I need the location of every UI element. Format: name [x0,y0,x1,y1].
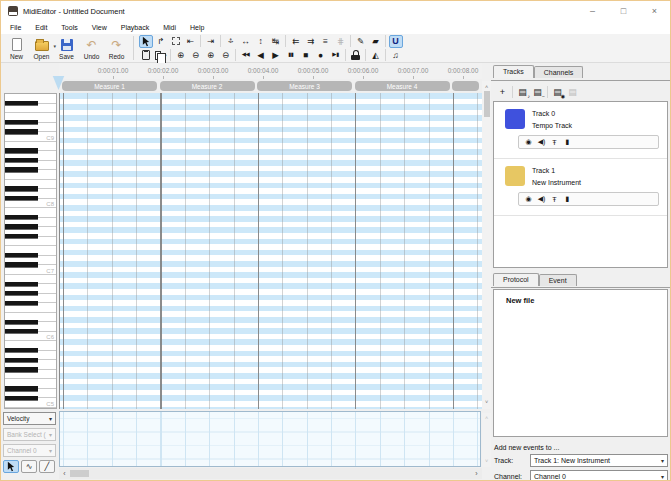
add-track-button[interactable]: + [495,85,510,99]
track-visibility-icon[interactable]: ◉ [522,195,535,203]
timeline-tick[interactable]: 0:00:07.00 [388,67,438,74]
zoom-out-vertical-button[interactable]: ⊖ [189,49,203,62]
timeline-tick[interactable]: 0:00:04.00 [238,67,288,74]
piano-key-black[interactable] [5,120,38,125]
timeline-tick[interactable]: 0:00:01.00 [88,67,138,74]
align-right-tool-button[interactable]: ⇉ [304,35,318,48]
piano-key-black[interactable] [5,186,38,191]
piano-key-black[interactable] [5,320,38,325]
panic-button[interactable]: ♫ [389,49,403,62]
zoom-out-horizontal-button[interactable]: ⊖ [219,49,233,62]
forward-button[interactable]: ▶▮ [329,49,343,62]
track-delete-icon[interactable]: ▮ [561,138,574,146]
track-rename-icon[interactable]: Ŧ [548,139,561,146]
piano-key-black[interactable] [5,234,38,239]
track-color-swatch[interactable] [505,166,525,186]
timeline-tick[interactable]: 0:00:06.00 [338,67,388,74]
measure-bar[interactable]: Measure 1Measure 2Measure 3Measure 4 [59,79,482,93]
piano-key-black[interactable] [5,386,38,391]
hide-all-tracks-button[interactable]: ▤ [565,85,580,99]
piano-key-black[interactable] [5,196,38,201]
piano-key-black[interactable] [5,224,38,229]
back-to-begin-button[interactable]: ◀◀ [239,49,253,62]
single-selection-tool-button[interactable]: ↱ [154,35,168,48]
scroll-down-arrow[interactable]: ˅ [482,399,491,406]
eraser-tool-button[interactable]: ▰ [369,35,383,48]
undo-button[interactable]: ↶Undo [79,37,104,60]
menu-file[interactable]: File [3,24,28,31]
piano-key-black[interactable] [5,101,38,106]
piano-key-black[interactable] [5,158,38,163]
pause-button[interactable]: ▮▮ [284,49,298,62]
track-rename-icon[interactable]: Ŧ [548,196,561,203]
piano-key-black[interactable] [5,367,38,372]
tab-protocol[interactable]: Protocol [493,273,539,286]
piano-key-black[interactable] [5,253,38,258]
vertical-scroll-thumb[interactable] [484,91,490,117]
line-tool-button[interactable]: ╱ [39,460,55,473]
maximize-button[interactable]: □ [608,1,639,21]
piano-key-black[interactable] [5,129,38,134]
track-row[interactable]: Track 0Tempo Track◉◀)Ŧ▮ [494,102,667,159]
piano-roll-grid[interactable] [59,93,482,409]
track-audibility-icon[interactable]: ◀) [535,138,548,146]
scroll-down-arrow[interactable]: ˅ [482,458,491,465]
move-horizontal-tool-button[interactable]: ↔ [239,35,253,48]
stretch-tool-button[interactable]: ↹ [269,35,283,48]
timeline-tick[interactable]: 0:00:08.00 [438,67,482,74]
paste-button[interactable] [139,49,153,62]
scroll-left-arrow[interactable]: ‹ [60,468,69,479]
menu-playback[interactable]: Playback [114,24,156,31]
measure-label[interactable] [452,81,479,91]
tab-tracks[interactable]: Tracks [493,65,534,78]
menu-tools[interactable]: Tools [54,24,84,31]
horizontal-scrollbar[interactable]: ‹ › [59,468,482,479]
menu-midi[interactable]: Midi [156,24,183,31]
menu-edit[interactable]: Edit [28,24,54,31]
track-select[interactable]: Track 1: New Instrument ▾ [530,454,668,467]
move-tool-button[interactable]: ↔↕ [224,35,238,48]
menu-view[interactable]: View [85,24,114,31]
scroll-right-arrow[interactable]: › [472,468,481,479]
channel-select[interactable]: Channel 0 ▾ [530,470,668,481]
remove-track-button[interactable]: ▤− [530,85,545,99]
piano-key-black[interactable] [5,262,38,267]
mute-all-tracks-button[interactable]: ▤♪ [515,85,530,99]
tab-event[interactable]: Event [539,274,577,286]
timeline-tick[interactable]: 0:00:03.00 [188,67,238,74]
quantize-tool-button[interactable]: ⋕ [334,35,348,48]
measure-label[interactable]: Measure 2 [160,81,255,91]
lock-screen-button[interactable] [349,49,363,62]
freehand-tool-button[interactable]: ∿ [21,460,37,473]
measure-label[interactable]: Measure 3 [257,81,352,91]
timeline-tick[interactable]: 0:00:02.00 [138,67,188,74]
select-left-tool-button[interactable]: ⇤ [184,35,198,48]
piano-key-black[interactable] [5,148,38,153]
piano-keyboard[interactable]: C9C8C7C6C5 [4,93,57,409]
piano-key-black[interactable] [5,329,38,334]
select-right-tool-button[interactable]: ⇥ [204,35,218,48]
minimize-button[interactable]: – [577,1,608,21]
align-left-tool-button[interactable]: ⇇ [289,35,303,48]
track-color-swatch[interactable] [505,109,525,129]
tab-channels[interactable]: Channels [534,66,584,78]
piano-key-black[interactable] [5,348,38,353]
play-button[interactable]: ▶ [269,49,283,62]
track-visibility-icon[interactable]: ◉ [522,138,535,146]
measure-label[interactable]: Measure 1 [62,81,157,91]
standard-tool-small-button[interactable] [3,460,19,473]
copy-button[interactable]: ▾ [154,49,168,62]
track-delete-icon[interactable]: ▮ [561,195,574,203]
equalize-tool-button[interactable]: ≡ [319,35,333,48]
close-button[interactable]: × [639,1,670,21]
timeline[interactable]: 0:00:01.000:00:02.000:00:03.000:00:04.00… [59,63,482,79]
measure-label[interactable]: Measure 4 [355,81,450,91]
horizontal-scroll-thumb[interactable] [70,470,89,477]
piano-key-black[interactable] [5,396,38,401]
protocol-entry[interactable]: New file [494,290,667,305]
piano-key-black[interactable] [5,291,38,296]
show-all-tracks-button[interactable]: ▤◉ [550,85,565,99]
track-row[interactable]: Track 1New Instrument◉◀)Ŧ▮ [494,159,667,216]
velocity-select[interactable]: Velocity▾ [3,412,56,425]
open-file-button[interactable]: ▾Open [29,37,54,60]
